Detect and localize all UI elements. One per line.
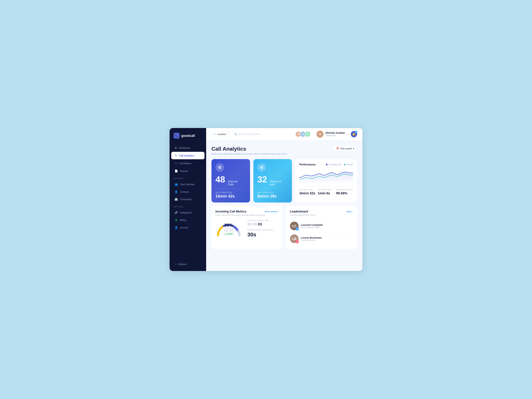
avg-talk-value: 3mins 52s [299,191,316,195]
sidebar-item-team-member[interactable]: 👥 Team Member [171,181,204,188]
perf-title: Performance [299,163,316,166]
leaderboard-more[interactable]: More › [347,210,353,213]
search-bar: 🔍 Search anything here... [234,133,293,135]
incoming-dot [326,164,328,165]
incoming-metrics-more[interactable]: More details › [265,210,279,213]
sidebar-item-label: Dashboard [179,147,190,149]
collapse-label: Collapse [177,263,187,266]
answer-dot [344,164,345,165]
answered-label: ANSWERED CALLS [336,189,353,191]
collapse-button[interactable]: 《 Collapse [170,261,206,268]
leaderboard-title: Leaderboard [290,210,308,213]
leader-avatar-2: LB ♥ [290,234,298,243]
gauge-section: 89% Service level target: 90% ▲ 2.47% AV… [215,220,279,238]
sidebar-item-integrations[interactable]: 🔗 Integrations [171,209,204,216]
handle-time-seconds: 03 [258,222,262,226]
inbound-label: InboundCalls [228,180,237,186]
leader-avatar-1: LC ✓ [290,222,298,230]
leader-role-1: Most valueable player [301,226,323,228]
sidebar-item-label: Contacts [180,190,189,193]
inbound-card: 48 InboundCalls AVG DURATIONS 16min 42s [211,159,250,203]
sidebar-item-label: Reports [180,170,188,172]
avg-talk-label: AVG TALK TIME [299,189,316,191]
sidebar-item-label: Call Metrics [179,162,191,165]
handle-time-label: AVERAGE HANDLE TIME [247,220,279,222]
sidebar-item-reports[interactable]: 📄 Reports [171,167,204,175]
status-label: Available [217,133,226,135]
leaderboard-more-label: More [347,210,352,213]
gauge-target: Service level target: 90% [222,228,235,232]
handle-time-value: 00:00:03 [247,222,279,226]
notification-badge: 2 [355,131,357,133]
header-avatars: A B C [295,131,310,137]
user-info: Nicholas Andalan Team Lead [325,131,345,137]
leader-info-1: Leonard Campbell Most valueable player [301,223,323,228]
avatar-3: C [304,131,310,137]
sidebar-item-call-metrics[interactable]: 〜 Call Metrics [171,160,204,167]
team-icon: 👥 [175,183,178,186]
leader-role-2: Customer lovely [301,239,322,241]
sidebar-item-account[interactable]: 👤 Account [171,224,204,231]
integrations-icon: 🔗 [175,211,178,214]
logo: 📞 goodcall [170,128,206,144]
sidebar-item-dashboard[interactable]: ⊞ Dashboard [171,144,204,152]
sidebar-item-companies[interactable]: 🏢 Companies [171,196,204,203]
leader-name-1: Leonard Campbell [301,223,323,226]
leaderboard-more-arrow-icon: › [352,210,353,213]
logo-icon: 📞 [174,133,180,139]
sidebar-item-contacts[interactable]: 👤 Contacts [171,188,204,195]
leader-info-2: Louisa Buchanan Customer lovely [301,236,322,241]
business-section-label: BUSINESS [170,175,206,180]
incoming-metrics-card: Incoming Call Metrics More details › Lea… [211,206,283,249]
sidebar-nav: ⊞ Dashboard 〜 Call Analytics 〜 Call Metr… [170,144,206,261]
outbound-card: 32 Outboundcalls AVG DURATIONS 8mins 29s [253,159,292,203]
legend-answer: Answer [344,163,353,166]
perf-header: Performance Incoming calls Answer [299,163,353,166]
leader-badge-customer: ♥ [296,240,299,243]
sidebar-item-label: Billing [180,219,186,222]
handle-time-prefix: 00:00: [247,222,258,226]
user-chevron-icon[interactable]: ▾ [347,133,348,135]
sidebar-item-label: Companies [180,198,192,201]
answered-calls-metric: ANSWERED CALLS 99.58% [336,189,353,195]
sidebar: 📞 goodcall ⊞ Dashboard 〜 Call Analytics … [170,128,206,271]
perf-legend: Incoming calls Answer [326,163,353,166]
outbound-label: Outboundcalls [270,180,281,186]
inbound-avg-label: AVG DURATIONS [215,191,246,194]
legend-answer-label: Answer [347,163,353,166]
dashboard-icon: ⊞ [175,146,177,149]
sidebar-item-call-analytics[interactable]: 〜 Call Analytics [171,152,204,159]
gauge-trend-badge: ▲ 2.47% [224,232,234,235]
leaderboard-header: Leaderboard More › [290,210,353,213]
settings-section-label: SETTINGS [170,203,206,209]
svg-point-2 [237,230,238,232]
call-analytics-icon: 〜 [175,154,177,157]
incoming-metrics-header: Incoming Call Metrics More details › [215,210,279,213]
period-selector[interactable]: 📅 This month ▾ [333,146,357,152]
avg-wait-label: AVG WAIT TIME [318,189,335,191]
outbound-count: 32 [257,174,267,184]
outbound-icon [257,163,266,172]
header-user: N Nicholas Andalan Team Lead ▾ [317,131,348,138]
inbound-icon [215,163,224,172]
companies-icon: 🏢 [175,198,178,201]
gauge-percentage: 89% [222,223,235,228]
stats-row: 48 InboundCalls AVG DURATIONS 16min 42s [211,159,357,203]
search-icon: 🔍 [234,133,237,135]
leader-item-2: LB ♥ Louisa Buchanan Customer lovely [290,232,353,245]
threshold-value: 30s [247,232,279,238]
svg-point-1 [260,165,264,169]
status-chevron-icon: ▾ [228,133,229,135]
search-placeholder[interactable]: Search anything here... [238,133,262,135]
notification-button[interactable]: 🔔 2 [351,131,357,137]
status-badge[interactable]: ✔ Available ▾ [211,132,232,137]
contacts-icon: 👤 [175,190,178,193]
more-details-label: More details [265,210,277,213]
account-icon: 👤 [175,226,178,229]
incoming-metrics-subtitle: Learn about past call metrics and take a… [215,214,279,216]
outbound-count-row: 32 Outboundcalls [257,174,288,186]
sidebar-item-billing[interactable]: 💲 Billing [171,216,204,224]
leaderboard-card: Leaderboard More › Accross helpdesk this… [286,206,357,249]
avg-wait-metric: AVG WAIT TIME 1min 6s [318,189,335,195]
threshold-label: SERVICE LEVEL THRESHOLD [247,229,279,231]
